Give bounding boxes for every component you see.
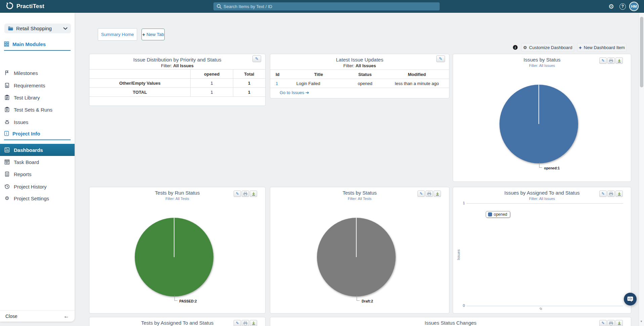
sidebar-item-test-library[interactable]: Test Library [0, 92, 75, 103]
edit-widget-button[interactable]: ✎ [599, 57, 607, 64]
section-divider [4, 139, 71, 140]
sidebar-item-project-settings[interactable]: ⚙ Project Settings [0, 193, 75, 203]
widget-title: Issue Distribution by Priority and Statu… [89, 57, 265, 63]
print-widget-button[interactable] [607, 191, 615, 197]
download-widget-button[interactable] [615, 191, 623, 197]
top-bar: PractiTest ⚙ ? HM [0, 0, 644, 13]
legend-item-label: opened [494, 212, 507, 217]
download-widget-button[interactable] [250, 191, 257, 197]
download-widget-button[interactable] [615, 57, 623, 64]
print-widget-button[interactable] [242, 191, 249, 197]
gear-icon: ⚙ [4, 195, 10, 201]
widget-issues-by-assigned: Issues by Assigned To and Status Filter:… [453, 187, 631, 314]
widget-tests-by-run-status: Tests by Run Status Filter: All Tests ✎ … [89, 187, 266, 314]
search-input[interactable] [224, 2, 435, 10]
pie-chart-issues-by-status [499, 85, 578, 163]
widget-issue-distribution: Issue Distribution by Priority and Statu… [89, 54, 266, 106]
widget-tests-by-assigned: Tests by Assigned To and Status ✎ [89, 317, 266, 326]
bug-icon [4, 119, 10, 125]
new-tab-button[interactable]: + New Tab [142, 29, 165, 40]
sidebar-item-issues[interactable]: Issues [0, 117, 75, 127]
edit-widget-button[interactable]: ✎ [436, 55, 445, 62]
sidebar-item-project-history[interactable]: Project History [0, 181, 75, 192]
download-icon [617, 192, 621, 196]
pie-slice-border [356, 218, 357, 257]
y-axis-title: Issues [456, 245, 460, 265]
sidebar: Retail Shopping Main Modules Milestones … [0, 13, 75, 322]
sidebar-item-milestones[interactable]: Milestones [0, 68, 75, 78]
tab-summary-home[interactable]: Summary Home [98, 28, 137, 41]
chart-legend[interactable]: opened [486, 211, 510, 218]
pie-label-leader [357, 295, 360, 301]
folder-icon [8, 26, 13, 31]
pencil-icon: ✎ [419, 192, 422, 196]
printer-icon [243, 321, 248, 326]
widget-issues-status-changes: Issues Status Changes ✎ [270, 317, 631, 326]
scrollbar-down-arrow-icon[interactable]: ▼ [640, 320, 643, 323]
edit-widget-button[interactable]: ✎ [234, 320, 241, 326]
history-clock-icon [4, 184, 10, 189]
widget-title: Latest Issue Updates [270, 57, 449, 63]
user-avatar[interactable]: HM [629, 2, 639, 11]
printer-icon [609, 58, 613, 63]
y-axis-tick-max: 1 [453, 201, 465, 205]
x-axis-category-label: 0 [539, 307, 543, 311]
table-empty-row [89, 97, 265, 105]
go-to-issues-link[interactable]: Go to Issues ➔ [280, 90, 309, 95]
intercom-chat-button[interactable] [624, 293, 637, 305]
table-row: Other/Empty Values 1 1 [89, 79, 265, 88]
print-widget-button[interactable] [607, 57, 615, 64]
sidebar-item-task-board[interactable]: Task Board [0, 157, 75, 167]
pie-chart-tests-by-run-status [135, 218, 213, 296]
requirements-doc-icon [4, 83, 10, 88]
close-sidebar-button[interactable]: Close ← [0, 310, 75, 322]
practitest-logo[interactable]: PractiTest [5, 0, 44, 13]
print-widget-button[interactable] [242, 320, 249, 326]
print-widget-button[interactable] [426, 191, 433, 197]
account-settings-gear-icon[interactable]: ⚙ [608, 0, 614, 13]
widget-filter: Filter: All Issues [89, 63, 265, 68]
search-icon [216, 4, 222, 9]
download-widget-button[interactable] [615, 320, 623, 326]
left-arrow-icon: ← [64, 313, 69, 320]
help-icon[interactable]: ? [619, 0, 626, 13]
download-icon [251, 192, 256, 196]
arrow-right-icon: ➔ [306, 90, 309, 95]
download-widget-button[interactable] [250, 320, 257, 326]
sidebar-item-test-sets-runs[interactable]: Test Sets & Runs [0, 105, 75, 115]
pie-slice-border [174, 218, 174, 257]
customize-dashboard-button[interactable]: ⚙ Customize Dashboard [521, 43, 574, 52]
project-selector[interactable]: Retail Shopping [4, 24, 71, 33]
sidebar-item-reports[interactable]: Reports [0, 169, 75, 179]
download-icon [251, 321, 256, 325]
page-scrollbar[interactable]: ▼ [639, 13, 644, 326]
pencil-icon: ✎ [601, 192, 604, 196]
gridline [467, 203, 623, 204]
pie-label-leader [174, 295, 177, 301]
pencil-icon: ✎ [439, 56, 442, 61]
plus-icon: + [142, 32, 145, 37]
edit-widget-button[interactable]: ✎ [252, 55, 261, 62]
y-axis-tick-min: 0 [453, 303, 465, 308]
widget-tests-by-status: Tests by Status Filter: All Tests ✎ Draf… [270, 187, 449, 314]
edit-widget-button[interactable]: ✎ [599, 320, 607, 326]
pie-slice-border [538, 85, 539, 124]
sidebar-item-requirements[interactable]: Requirements [0, 80, 75, 90]
issue-id-link[interactable]: 1 [276, 81, 278, 86]
x-axis-line [467, 306, 623, 306]
gear-icon: ⚙ [523, 45, 527, 50]
printer-icon [243, 192, 248, 196]
pie-chart-tests-by-status [317, 218, 396, 296]
edit-widget-button[interactable]: ✎ [417, 191, 425, 197]
download-widget-button[interactable] [434, 191, 441, 197]
new-dashboard-item-button[interactable]: + New Dashboard Item [577, 43, 627, 52]
kanban-icon [4, 159, 10, 165]
sidebar-item-dashboards[interactable]: Dashboards [0, 144, 75, 156]
edit-widget-button[interactable]: ✎ [234, 191, 241, 197]
widget-filter: Filter: All Issues [270, 63, 449, 68]
scrollbar-thumb[interactable] [640, 17, 643, 87]
edit-widget-button[interactable]: ✎ [599, 191, 607, 197]
print-widget-button[interactable] [607, 320, 615, 326]
project-name: Retail Shopping [16, 26, 61, 31]
dashboard-info-icon[interactable]: i [513, 45, 518, 50]
